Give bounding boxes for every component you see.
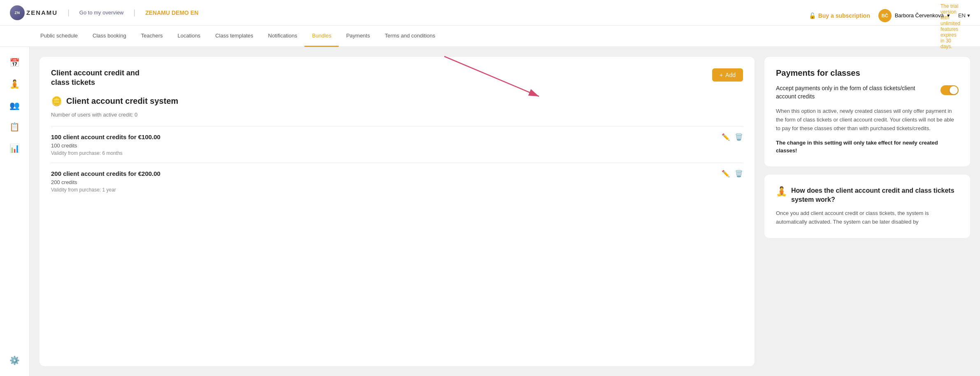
user-initials: BČ [882, 13, 888, 18]
payments-description: When this option is active, newly create… [776, 107, 959, 133]
demo-name: ZENAMU DEMO EN [145, 9, 198, 16]
payments-title: Payments for classes [776, 68, 959, 78]
users-count: Number of users with active credit: 0 [51, 112, 743, 118]
card-title: Client account credit andclass tickets [51, 68, 139, 88]
divider-line2: | [134, 8, 136, 17]
credit-item-2-amount: 200 credits [51, 179, 743, 185]
sidebar-item-document[interactable]: 📋 [6, 118, 24, 136]
sidebar-item-settings[interactable]: ⚙️ [6, 351, 24, 369]
credit-item-1-actions: ✏️ 🗑️ [722, 133, 743, 141]
credit-item-2-validity: Validity from purchase: 1 year [51, 187, 743, 193]
card-header: Client account credit andclass tickets +… [51, 68, 743, 88]
main-layout: 📅 🧘 👥 📋 📊 ⚙️ Client account credit andcl… [0, 47, 980, 376]
nav-teachers-label: Teachers [141, 33, 163, 39]
nav-payments-label: Payments [346, 33, 370, 39]
credit-item-1-title: 100 client account credits for €100.00 [51, 133, 160, 140]
logo-circle: ZN [10, 5, 25, 20]
user-avatar: BČ [878, 9, 892, 22]
edit-icon-1[interactable]: ✏️ [722, 133, 730, 141]
settings-icon: ⚙️ [9, 355, 20, 365]
faq-section: 🧘 How does the client account credit and… [764, 175, 970, 238]
nav-public-schedule[interactable]: Public schedule [33, 26, 85, 47]
goto-overview-link[interactable]: Go to my overview [79, 9, 124, 16]
toggle-row: Accept payments only in the form of clas… [776, 84, 959, 100]
user-name: Barbora Červenková [895, 12, 944, 19]
section-title: 🪙 Client account credit system [51, 96, 743, 107]
nav-public-schedule-label: Public schedule [40, 33, 78, 39]
nav-items: Public schedule Class booking Teachers L… [33, 26, 443, 47]
faq-description: Once you add client account credit or cl… [776, 209, 959, 227]
payments-toggle[interactable] [941, 85, 959, 95]
calendar-icon: 📅 [9, 58, 20, 68]
nav-locations[interactable]: Locations [170, 26, 208, 47]
nav-notifications[interactable]: Notifications [261, 26, 305, 47]
nav-terms[interactable]: Terms and conditions [377, 26, 443, 47]
logo-area: ZN ZENAMU | Go to my overview | ZENAMU D… [10, 5, 198, 20]
user-menu-button[interactable]: BČ Barbora Červenková ▾ [878, 9, 950, 22]
chart-icon: 📊 [9, 143, 20, 153]
delete-icon-2[interactable]: 🗑️ [735, 170, 743, 177]
nav-bar: Public schedule Class booking Teachers L… [0, 26, 980, 47]
left-card: Client account credit andclass tickets +… [39, 57, 755, 366]
buy-subscription-button[interactable]: 🔓 Buy a subscription [809, 12, 870, 19]
lock-icon: 🔓 [809, 12, 816, 19]
nav-teachers[interactable]: Teachers [134, 26, 170, 47]
nav-bundles-label: Bundles [312, 33, 331, 39]
nav-class-booking[interactable]: Class booking [85, 26, 134, 47]
credit-item-2-header: 200 client account credits for €200.00 ✏… [51, 170, 743, 177]
logo-initials: ZN [15, 11, 20, 15]
credit-system-title: Client account credit system [66, 96, 178, 106]
credit-item-1-header: 100 client account credits for €100.00 ✏… [51, 133, 743, 141]
lang-chevron-icon: ▾ [967, 12, 970, 19]
sidebar-item-group[interactable]: 👥 [6, 96, 24, 114]
nav-locations-label: Locations [177, 33, 200, 39]
toggle-label: Accept payments only in the form of clas… [776, 84, 934, 100]
right-card-area: Payments for classes Accept payments onl… [764, 57, 970, 366]
sidebar: 📅 🧘 👥 📋 📊 ⚙️ [0, 47, 30, 376]
faq-header: 🧘 How does the client account credit and… [776, 186, 959, 205]
logo-text: ZENAMU [26, 9, 58, 16]
sidebar-item-person[interactable]: 🧘 [6, 75, 24, 93]
nav-payments[interactable]: Payments [339, 26, 377, 47]
nav-class-templates[interactable]: Class templates [208, 26, 260, 47]
credit-item-2-title: 200 client account credits for €200.00 [51, 170, 160, 177]
faq-title: How does the client account credit and c… [791, 186, 959, 205]
buy-btn-label: Buy a subscription [818, 12, 870, 19]
coins-icon: 🪙 [51, 96, 62, 107]
plus-icon: + [720, 72, 723, 78]
group-icon: 👥 [9, 100, 20, 110]
payments-note: The change in this setting will only tak… [776, 139, 959, 155]
credit-item-1: 100 client account credits for €100.00 ✏… [51, 126, 743, 163]
credit-item-2: 200 client account credits for €200.00 ✏… [51, 163, 743, 199]
sidebar-item-calendar[interactable]: 📅 [6, 54, 24, 72]
person-icon: 🧘 [9, 79, 20, 89]
credit-item-2-actions: ✏️ 🗑️ [722, 170, 743, 177]
nav-class-templates-label: Class templates [215, 33, 253, 39]
divider-line: | [67, 8, 70, 17]
faq-icon: 🧘 [776, 186, 787, 197]
delete-icon-1[interactable]: 🗑️ [735, 133, 743, 141]
trial-notice: The trial version with unlimited feature… [941, 3, 960, 49]
payments-section: Payments for classes Accept payments onl… [764, 57, 970, 166]
add-button[interactable]: + Add [712, 68, 743, 82]
add-btn-label: Add [725, 72, 736, 78]
nav-bundles[interactable]: Bundles [304, 26, 339, 47]
edit-icon-2[interactable]: ✏️ [722, 170, 730, 177]
nav-class-booking-label: Class booking [93, 33, 126, 39]
logo-brand: ZN ZENAMU [10, 5, 58, 20]
top-bar: ZN ZENAMU | Go to my overview | ZENAMU D… [0, 0, 980, 26]
nav-notifications-label: Notifications [268, 33, 297, 39]
nav-terms-label: Terms and conditions [385, 33, 435, 39]
credit-item-1-validity: Validity from purchase: 6 months [51, 150, 743, 156]
sidebar-item-chart[interactable]: 📊 [6, 139, 24, 157]
document-icon: 📋 [9, 122, 20, 132]
credit-item-1-amount: 100 credits [51, 142, 743, 149]
content-area: Client account credit andclass tickets +… [30, 47, 980, 376]
